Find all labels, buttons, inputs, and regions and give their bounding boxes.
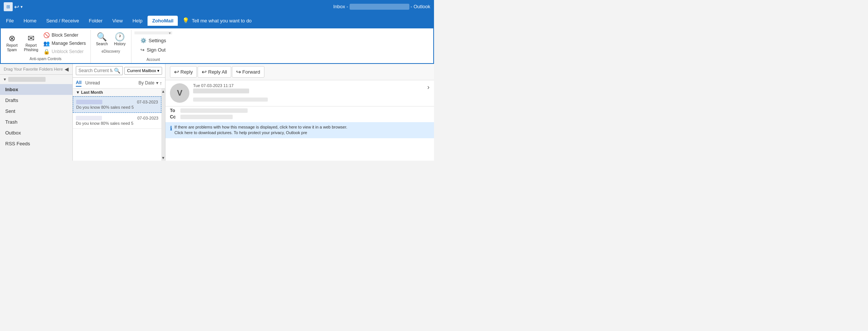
main-layout: Drag Your Favorite Folders Here ◀ ▼ Inbo… [0, 64, 434, 161]
app-icon: ⊞ [4, 2, 13, 11]
reading-sender-name-blur [193, 89, 249, 93]
search-icon: 🔍 [97, 33, 107, 41]
to-field: To [170, 108, 430, 113]
reading-info-bar: ℹ If there are problems with how this me… [165, 122, 434, 138]
sidebar-collapse-button[interactable]: ◀ [65, 66, 69, 72]
ediscovery-label: eDiscovery [102, 49, 120, 53]
sign-out-button[interactable]: ↪ Sign Out [138, 46, 168, 54]
bulb-icon: 💡 [182, 17, 189, 24]
blurred-email [350, 4, 409, 10]
filter-tab-unread[interactable]: Unread [85, 80, 100, 86]
msg-2-subject: Do you know 80% sales need 5 [76, 121, 158, 126]
scroll-down-button[interactable]: ▼ [161, 156, 165, 160]
cc-label: Cc [170, 114, 177, 120]
msg-1-subject: Do you know 80% sales need 5 [76, 105, 158, 109]
search-button[interactable]: 🔍 Search [94, 31, 110, 48]
ediscovery-buttons: 🔍 Search 🕐 History [94, 31, 128, 48]
menu-tell-me[interactable]: 💡 Tell me what you want to do [179, 15, 255, 26]
search-input[interactable] [78, 68, 112, 73]
reading-meta-info: Tue 07-03-2023 11:17 [193, 83, 424, 103]
menu-zohomail[interactable]: ZohoMail [148, 16, 178, 26]
msg-item-2-header: 07-03-2023 [76, 116, 158, 120]
history-button[interactable]: 🕐 History [112, 31, 128, 48]
filter-tab-all[interactable]: All [76, 79, 81, 87]
history-icon: 🕐 [115, 33, 125, 41]
info-icon: ℹ [170, 125, 172, 132]
reading-pane: ↩ Reply ↩ Reply All ↪ Forward V Tue 07-0… [165, 64, 434, 161]
search-icon: 🔍 [114, 68, 120, 74]
menu-help[interactable]: Help [128, 16, 147, 26]
undo-button[interactable]: ↩ [14, 3, 19, 10]
account-name-blur [8, 77, 46, 82]
msg-section-header: ▼ Last Month [73, 89, 161, 96]
forward-button[interactable]: ↪ Forward [232, 66, 264, 78]
quick-access[interactable]: ▾ [21, 4, 23, 9]
title-bar: ⊞ ↩ ▾ Inbox - - Outlook [0, 0, 434, 13]
expand-button[interactable]: › [427, 83, 430, 91]
report-phishing-button[interactable]: ✉ Report Phishing [22, 33, 40, 54]
ribbon: ⊗ Report Spam ✉ Report Phishing 🚫 Block … [0, 28, 434, 64]
scroll-up-button[interactable]: ▲ [161, 89, 165, 93]
settings-button[interactable]: ⚙️ Settings [138, 37, 168, 44]
reply-icon: ↩ [174, 68, 179, 75]
sort-control[interactable]: By Date ▾ ↑ [139, 80, 162, 86]
filter-bar: All Unread By Date ▾ ↑ [73, 78, 165, 89]
message-list-scroll: ▼ Last Month 07-03-2023 Do you know 80% … [73, 89, 165, 161]
menu-file[interactable]: File [1, 16, 18, 26]
forward-icon: ↪ [236, 68, 241, 75]
message-list: 🔍 Current Mailbox ▾ All Unread By Date ▾… [73, 64, 165, 161]
menu-bar: File Home Send / Receive Folder View Hel… [0, 13, 434, 28]
msg-list-content: ▼ Last Month 07-03-2023 Do you know 80% … [73, 89, 161, 161]
msg-1-date: 07-03-2023 [137, 100, 158, 104]
sidebar-item-trash[interactable]: Trash [0, 117, 72, 127]
unblock-sender-button: 🔒 Unblock Sender [42, 48, 87, 55]
msg-2-sender-blur [76, 116, 102, 120]
ribbon-group-account: ▾ ⚙️ Settings ↪ Sign Out Account [131, 30, 175, 63]
sort-down-icon: ▾ [156, 80, 158, 86]
cc-field: Cc [170, 114, 430, 120]
sort-direction-icon[interactable]: ↑ [160, 80, 162, 86]
report-phishing-icon: ✉ [28, 34, 34, 43]
reply-all-button[interactable]: ↩ Reply All [198, 66, 231, 78]
sender-controls: 🚫 Block Sender 👥 Manage Senders 🔒 Unbloc… [42, 31, 87, 55]
reading-toolbar: ↩ Reply ↩ Reply All ↪ Forward [165, 64, 434, 80]
window-title: Inbox - - Outlook [333, 4, 430, 10]
msg-2-date: 07-03-2023 [137, 116, 158, 120]
account-settings-group: ⚙️ Settings ↪ Sign Out [134, 34, 172, 56]
menu-view[interactable]: View [108, 16, 127, 26]
msg-item-1-header: 07-03-2023 [76, 100, 158, 104]
sidebar-item-sent[interactable]: Sent [0, 106, 72, 117]
reading-sender-sub-blur [193, 98, 268, 102]
to-value-blur [180, 108, 248, 113]
ribbon-group-antispam: ⊗ Report Spam ✉ Report Phishing 🚫 Block … [1, 30, 91, 63]
reply-all-icon: ↩ [202, 68, 207, 75]
antispam-label: Anti-spam Controls [30, 57, 61, 61]
sidebar-item-inbox[interactable]: Inbox [0, 84, 72, 95]
msg-1-sender-blur [76, 100, 102, 104]
reading-date: Tue 07-03-2023 11:17 [193, 83, 424, 88]
menu-home[interactable]: Home [19, 16, 41, 26]
sidebar-account-row[interactable]: ▼ [0, 75, 72, 84]
message-item-1[interactable]: 07-03-2023 Do you know 80% sales need 5 [73, 96, 161, 113]
manage-senders-button[interactable]: 👥 Manage Senders [42, 40, 87, 47]
sidebar-item-outbox[interactable]: Outbox [0, 127, 72, 138]
report-spam-button[interactable]: ⊗ Report Spam [4, 33, 20, 54]
search-input-wrap[interactable]: 🔍 [76, 66, 123, 75]
reading-fields: To Cc [165, 106, 434, 122]
mailbox-dropdown[interactable]: Current Mailbox ▾ [124, 67, 162, 75]
account-arrow-icon: ▼ [3, 77, 7, 81]
info-text: If there are problems with how this mess… [174, 124, 347, 136]
reply-button[interactable]: ↩ Reply [170, 66, 197, 78]
account-label: Account [146, 58, 160, 62]
reading-meta: V Tue 07-03-2023 11:17 › [165, 80, 434, 106]
scroll-bar[interactable]: ▲ ▼ [161, 89, 165, 161]
sidebar-item-rssfeeds[interactable]: RSS Feeds [0, 138, 72, 149]
antispam-buttons: ⊗ Report Spam ✉ Report Phishing 🚫 Block … [4, 31, 87, 55]
menu-send-receive[interactable]: Send / Receive [42, 16, 84, 26]
message-item-2[interactable]: 07-03-2023 Do you know 80% sales need 5 [73, 113, 161, 129]
block-icon: 🚫 [43, 32, 50, 38]
cc-value-blur [180, 115, 233, 119]
block-sender-button[interactable]: 🚫 Block Sender [42, 31, 87, 39]
menu-folder[interactable]: Folder [84, 16, 107, 26]
sidebar-item-drafts[interactable]: Drafts [0, 95, 72, 106]
